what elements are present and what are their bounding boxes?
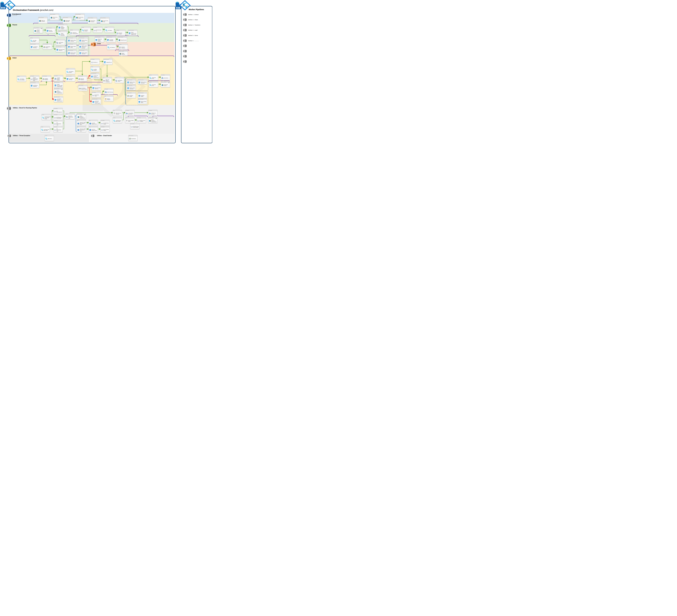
execute-pipeline-icon — [88, 20, 90, 23]
hourglass-icon — [105, 98, 107, 100]
activity-label: Get Error Details — [130, 95, 135, 97]
node-switch-for-orchestrator-type: SwitchSwitch For Orchestrator Type — [65, 113, 75, 120]
node-set-run-count-without-batch: Set Variable(x)Set Run Count Without Bat… — [130, 123, 139, 129]
worker-roll-icon — [183, 24, 187, 27]
stored-procedure-icon — [68, 52, 70, 54]
node-get-pipeline-params: LookupGet Pipeline Params — [66, 68, 75, 74]
activity-type-label: Execute Pipeline — [161, 82, 166, 83]
activity-type-label: Lookup — [45, 135, 47, 136]
node-send-email: Azure FunctionSend Email — [128, 135, 138, 141]
label-text-utilities-throw: Utilities – Throw Exception — [13, 135, 30, 136]
svg-text:): ) — [55, 117, 56, 119]
activity-label: Set Worker State — [95, 94, 101, 96]
execute-pipeline-icon — [149, 120, 151, 122]
activity-label: Get Pipelines — [110, 47, 115, 48]
node-execute-pipelines: ForEachExecute Pipelines — [119, 44, 128, 50]
node-wait-until-pipeline-completes: UntilWait Until Pipeline Completes — [103, 77, 112, 83]
activity-type-label: Set Variable — [94, 27, 97, 28]
switch-icon — [66, 116, 68, 118]
activity-type-label: Stored Procedure — [91, 73, 96, 74]
label-text-parent: Parent — [12, 24, 17, 26]
activity-label: Get Worker Pipeline Status — [81, 88, 87, 89]
node-ps2-failed: Stored ProcedurePipeline Status Failed — [138, 98, 147, 104]
execute-pipeline-icon — [101, 20, 103, 23]
activity-type-label: Stored Procedure — [31, 82, 36, 83]
activity-label: Get Framework Orchestrator Details — [45, 116, 50, 119]
activity-type-label: Stored Procedure — [31, 44, 36, 45]
set-variable-icon: (x) — [137, 120, 139, 122]
activity-label: Is Target Worker Validate — [57, 77, 63, 80]
worker-roll-icon — [183, 29, 187, 32]
activity-label: Get SYN Pipeline Runs — [92, 129, 97, 131]
worker-roll-icon — [183, 50, 187, 53]
svg-text:): ) — [55, 123, 56, 125]
node-archive-cold-data: Execute PipelineArchive Cold Data — [100, 17, 109, 24]
set-variable-icon: (x) — [31, 78, 33, 80]
worker-roll-icon — [183, 13, 187, 16]
activity-label: Set SYN Runs Output — [103, 129, 109, 131]
activity-type-label: Stored Procedure — [54, 96, 59, 97]
activity-type-label: Wait — [105, 96, 106, 96]
activity-label: Log Check Function Activity Failure — [95, 101, 101, 103]
worker-roll-icon — [183, 39, 187, 42]
funnel-icon — [126, 120, 128, 122]
activity-type-label: If Condition — [149, 110, 152, 111]
activity-type-label: Azure Function — [78, 76, 83, 77]
node-get-worker-pipeline-status: Azure FunctionGet Worker Pipeline Status — [78, 85, 87, 91]
node-log-pipeline-validating: Stored ProcedureLog Pipeline Validating — [30, 82, 39, 88]
activity-label: Scale Down Compute — [91, 20, 96, 22]
activity-type-label: Stored Procedure — [56, 46, 61, 47]
activity-label: Pipeline Status Suceeded — [130, 87, 135, 89]
activity-label: Pipeline Status Cancelled — [141, 82, 147, 83]
stored-procedure-icon — [79, 40, 81, 42]
set-variable-icon: (x) — [54, 123, 56, 125]
activity-type-label: Web — [89, 120, 90, 121]
roll-icon-utilities-check — [6, 106, 11, 110]
activity-label: Capture Worker Core Detail as an Array — [33, 77, 39, 81]
svg-text:): ) — [55, 111, 56, 113]
svg-text:): ) — [102, 129, 103, 131]
set-variable-icon: (x) — [101, 129, 103, 131]
azure-function-icon — [43, 46, 45, 48]
node-ps-failed: Stored ProcedurePipeline Status Failed — [67, 43, 77, 49]
activity-type-label: Set Variable — [101, 127, 104, 127]
activity-type-label: If Condition — [54, 76, 58, 76]
node-check-metadata-integrity: Stored ProcedureCheck Metadata Integrity — [58, 24, 67, 30]
activity-label: Pipeline Status Failed — [71, 46, 76, 48]
activity-type-label: Execute Pipeline — [63, 17, 68, 18]
activity-label: Get Query Run Days Value — [44, 129, 49, 131]
worker-item-unlabeled-1 — [183, 44, 187, 48]
search-icon — [58, 33, 61, 36]
diagram-canvas: Orchestration Framework (procfwk.com) Wo… — [0, 0, 212, 143]
node-clean-up-previous-run: ForEachClean Up Previous Run — [70, 29, 79, 36]
set-variable-icon: (x) — [54, 117, 56, 119]
title-suffix: (procfwk.com) — [40, 9, 53, 11]
if-condition-icon — [105, 91, 107, 93]
title-main: Orchestration Framework — [13, 9, 39, 11]
activity-label: Execute Precursor — [49, 30, 55, 32]
activity-label: Update Run Id — [106, 62, 112, 63]
search-icon — [107, 46, 110, 49]
activity-type-label: Azure Function — [42, 76, 47, 77]
activity-type-label: Azure Function — [79, 85, 83, 86]
node-get-pipeline-status: Azure FunctionGet Pipeline Status — [43, 43, 52, 50]
activity-type-label: Execute Pipeline — [101, 17, 105, 18]
node-validate-pipeline: Azure FunctionValidate Pipeline — [42, 75, 51, 82]
roll-icon-infant — [6, 57, 11, 60]
activity-label: Stage Executor — [121, 40, 127, 41]
activity-label: Switch For Orchestrator Type — [69, 116, 74, 118]
sublabel-grandparent: (Optional) — [12, 15, 21, 16]
pipeline-roll-icon — [183, 18, 187, 21]
node-set-resource-group-name: Set Variable(x)Set Resource Group Name — [53, 114, 63, 120]
activity-label: Is Parent Already Running — [37, 29, 42, 32]
activity-type-label: Set Variable — [54, 127, 57, 127]
node-ps2-unknown: Stored ProcedurePipeline Status Unknown — [127, 79, 136, 85]
activity-label: Get ADF Pipeline Runs — [92, 123, 97, 125]
node-scale-down-compute: Execute PipelineScale Down Compute — [88, 17, 97, 24]
activity-label: Execute Pipeline — [81, 78, 87, 80]
switch-icon — [115, 80, 118, 82]
execute-pipeline-icon — [119, 53, 121, 55]
pipeline-roll-icon — [7, 134, 11, 137]
foreach-icon — [117, 32, 119, 35]
activity-type-label: Lookup — [31, 38, 33, 38]
